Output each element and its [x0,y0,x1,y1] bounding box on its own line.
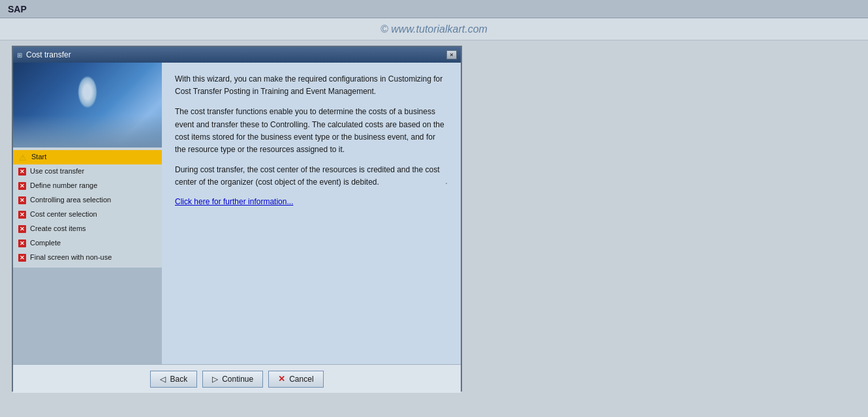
step-cost-center-label: Cost center selection [30,210,97,219]
wizard-image [13,63,162,147]
step-start-label: Start [31,153,46,161]
dot-indicator: · [445,178,448,188]
step-final-screen[interactable]: ✕ Final screen with non-use [13,251,162,265]
step-use-cost-transfer-label: Use cost transfer [30,167,84,176]
content-paragraph2: The cost transfer functions enable you t… [175,106,448,156]
sap-topbar: SAP [0,0,868,18]
sap-logo: SAP [8,4,27,14]
step-complete-label: Complete [30,239,61,247]
step-final-screen-label: Final screen with non-use [30,253,112,262]
back-icon: ◁ [160,375,166,384]
continue-label: Continue [222,375,253,384]
step-controlling-area-label: Controlling area selection [30,196,111,204]
step-complete[interactable]: ✕ Complete [13,236,162,251]
step-controlling-area-selection[interactable]: ✕ Controlling area selection [13,193,162,208]
left-panel: ⚠ Start ✕ Use cost transfer ✕ Define num… [13,63,162,364]
dialog-title-content: ⊞ Cost transfer [17,50,71,59]
step-create-cost-items-label: Create cost items [30,224,86,233]
step-define-number-range-icon: ✕ [18,182,26,190]
step-cost-center-selection[interactable]: ✕ Cost center selection [13,208,162,222]
watermark-text: © www.tutorialkart.com [380,23,488,35]
step-create-cost-items-icon: ✕ [18,225,26,233]
step-use-cost-transfer[interactable]: ✕ Use cost transfer [13,164,162,179]
continue-icon: ▷ [212,375,218,384]
dialog-footer: ◁ Back ▷ Continue ✕ Cancel [13,364,461,393]
back-label: Back [170,375,187,384]
cancel-icon: ✕ [278,374,285,384]
back-button[interactable]: ◁ Back [150,371,197,388]
cancel-label: Cancel [289,375,313,384]
step-start[interactable]: ⚠ Start [13,150,162,164]
right-panel: With this wizard, you can make the requi… [162,63,461,364]
dialog-title-label: Cost transfer [26,50,71,59]
further-information-link[interactable]: Click here for further information... [175,197,293,206]
warning-icon: ⚠ [19,153,27,162]
content-paragraph1: With this wizard, you can make the requi… [175,73,448,98]
step-final-screen-icon: ✕ [18,254,26,262]
step-use-cost-transfer-icon: ✕ [18,168,26,176]
step-controlling-area-icon: ✕ [18,196,26,204]
dialog-title-icon: ⊞ [17,52,22,59]
steps-list: ⚠ Start ✕ Use cost transfer ✕ Define num… [13,147,162,268]
content-paragraph3: During cost transfer, the cost center of… [175,164,448,189]
step-create-cost-items[interactable]: ✕ Create cost items [13,222,162,236]
close-icon: × [450,52,453,58]
continue-button[interactable]: ▷ Continue [202,371,263,388]
step-define-number-range[interactable]: ✕ Define number range [13,179,162,193]
main-area: ⊞ Cost transfer × ⚠ [0,40,868,417]
step-complete-icon: ✕ [18,239,26,247]
step-cost-center-icon: ✕ [18,211,26,219]
cancel-button[interactable]: ✕ Cancel [268,371,323,388]
dialog-body: ⚠ Start ✕ Use cost transfer ✕ Define num… [13,63,461,364]
step-start-icon: ⚠ [18,153,27,162]
step-define-number-range-label: Define number range [30,181,97,190]
dialog-close-button[interactable]: × [446,50,457,59]
dialog-window: ⊞ Cost transfer × ⚠ [12,46,462,392]
watermark-bar: © www.tutorialkart.com [0,18,868,40]
dialog-titlebar: ⊞ Cost transfer × [13,47,461,63]
